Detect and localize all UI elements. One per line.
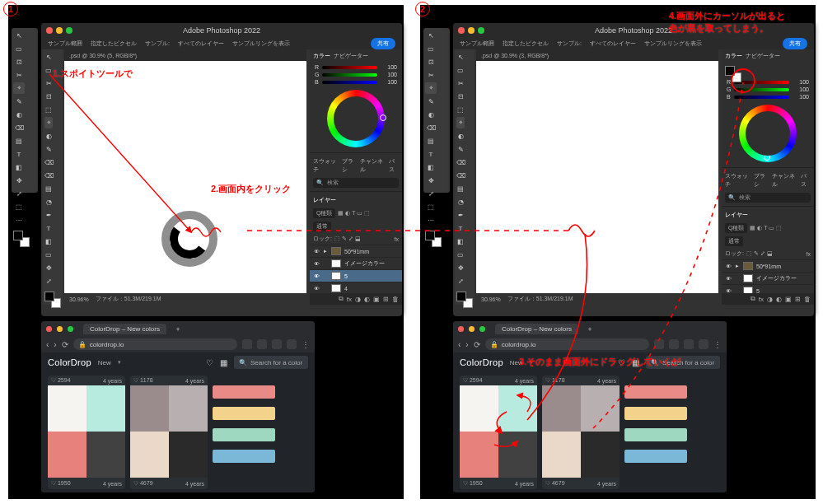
ft-hand[interactable]: ✥ bbox=[13, 175, 25, 186]
layer-row[interactable]: 👁イメージカラー bbox=[310, 257, 402, 269]
layer-filter[interactable]: Q種類 bbox=[313, 208, 335, 218]
ft-move[interactable]: ↖ bbox=[13, 30, 25, 41]
slider-r[interactable] bbox=[322, 66, 377, 69]
ft-brush[interactable]: ✎ bbox=[13, 96, 25, 107]
tab-swatch[interactable]: スウォッチ bbox=[313, 157, 339, 174]
canvas[interactable] bbox=[64, 61, 306, 293]
new-layer-icon[interactable]: ⊞ bbox=[383, 296, 389, 303]
group-icon[interactable]: ▣ bbox=[373, 296, 380, 303]
tool-crop[interactable]: ⊡ bbox=[44, 91, 53, 102]
share-button[interactable]: 共有 bbox=[371, 38, 395, 49]
tool-blur[interactable]: ◔ bbox=[44, 196, 53, 208]
br-min-icon[interactable] bbox=[57, 326, 63, 332]
ext-icon-2[interactable] bbox=[257, 339, 267, 349]
ft-eyedropper-right[interactable]: ⌖ bbox=[425, 82, 437, 94]
tool-eyedropper-right[interactable]: ⌖ bbox=[456, 117, 465, 128]
browser-tab[interactable]: ColorDrop – New colors bbox=[83, 324, 166, 334]
layer-row[interactable]: 👁イメージカラー bbox=[722, 272, 814, 284]
trash-icon[interactable]: 🗑 bbox=[392, 296, 399, 303]
tab-channel[interactable]: チャンネル bbox=[360, 157, 386, 174]
fgbg-swatch[interactable] bbox=[44, 292, 61, 308]
menu-icon[interactable]: ⋮ bbox=[302, 340, 310, 349]
palette-card-2[interactable]: ♡ 11784 years ♡ 46794 years bbox=[130, 376, 208, 489]
heart-icon[interactable]: ♡ bbox=[206, 358, 213, 367]
eye-icon[interactable]: 👁 bbox=[313, 273, 320, 279]
ft-grad[interactable]: ▤ bbox=[13, 135, 25, 147]
ft-eyedropper[interactable]: ⌖ bbox=[13, 82, 25, 94]
tool-lasso[interactable]: ✂ bbox=[44, 77, 53, 89]
doc-tab-right[interactable]: .psd @ 30.9% (3, RGB/8*) bbox=[476, 49, 718, 61]
adjust-icon[interactable]: ◐ bbox=[364, 296, 370, 303]
ft-stamp[interactable]: ⌫ bbox=[13, 122, 25, 133]
tool-gradient[interactable]: ▤ bbox=[44, 183, 53, 194]
ft-rect[interactable]: ⬚ bbox=[13, 201, 25, 212]
palette-card-1[interactable]: ♡ 25944 years ♡ 19504 years bbox=[48, 376, 125, 489]
slider-g[interactable] bbox=[322, 73, 377, 77]
tab-brush[interactable]: ブラシ bbox=[342, 157, 357, 174]
br-close-icon[interactable] bbox=[46, 326, 52, 332]
doc-tab[interactable]: .psd @ 30.9% (5, RGB/8*) bbox=[64, 49, 306, 61]
opt-show-ring[interactable]: サンプルリングを表示 bbox=[232, 40, 290, 48]
tab-color[interactable]: カラー bbox=[313, 52, 330, 60]
tab-path[interactable]: パス bbox=[389, 157, 399, 174]
canvas-right[interactable] bbox=[476, 61, 718, 293]
color-wheel-right[interactable] bbox=[739, 105, 797, 162]
fx-icon[interactable]: fx bbox=[395, 236, 399, 242]
ft-type[interactable]: T bbox=[13, 148, 25, 160]
grid-icon[interactable]: ▦ bbox=[220, 358, 227, 367]
cd-search[interactable]: 🔍 Search for a color bbox=[234, 356, 308, 369]
tool-frame[interactable]: ⬚ bbox=[44, 104, 53, 115]
ft-marquee[interactable]: ▭ bbox=[13, 43, 25, 54]
opt-sample-range[interactable]: サンプル範囲 bbox=[48, 40, 82, 48]
layer-row[interactable]: 👁4 bbox=[310, 282, 402, 293]
layer-row[interactable]: 👁5 bbox=[310, 269, 402, 282]
tool-heal[interactable]: ◐ bbox=[44, 130, 53, 142]
cd-nav-new[interactable]: New bbox=[98, 359, 111, 366]
fg-bg-swatch[interactable] bbox=[13, 231, 30, 247]
opt-point[interactable]: 指定したピクセル bbox=[91, 40, 137, 48]
tool-rect[interactable]: ▭ bbox=[44, 249, 53, 260]
eye-icon[interactable]: 👁 bbox=[313, 261, 320, 267]
tool-marquee[interactable]: ▭ bbox=[44, 64, 53, 76]
new-tab-button[interactable]: ＋ bbox=[175, 324, 181, 334]
back-icon[interactable]: ‹ bbox=[46, 340, 49, 349]
layer-row[interactable]: 👁▸50*91mm bbox=[310, 245, 402, 257]
eye-icon[interactable]: 👁 bbox=[313, 286, 320, 292]
address-bar[interactable]: 🔒 colordrop.io bbox=[73, 338, 237, 350]
link-icon[interactable]: ⧉ bbox=[339, 295, 344, 303]
share-button[interactable]: 共有 bbox=[783, 38, 807, 49]
eye-icon[interactable]: 👁 bbox=[725, 276, 732, 282]
cd-logo[interactable]: ColorDrop bbox=[48, 357, 91, 367]
reload-icon[interactable]: ⟳ bbox=[62, 340, 68, 349]
tab-navigator[interactable]: ナビゲーター bbox=[334, 52, 368, 60]
eye-icon[interactable]: 👁 bbox=[725, 264, 732, 269]
ext-icon-3[interactable] bbox=[272, 339, 282, 349]
ext-icon-4[interactable] bbox=[287, 339, 297, 349]
ft-heal[interactable]: ◐ bbox=[13, 109, 25, 120]
tool-eraser[interactable]: ⌫ bbox=[44, 170, 53, 181]
tool-eyedropper[interactable]: ⌖ bbox=[44, 117, 53, 128]
tool-zoom[interactable]: ⤢ bbox=[44, 275, 53, 287]
ext-icon-1[interactable] bbox=[242, 339, 252, 349]
ft-lasso[interactable]: ✂ bbox=[13, 69, 25, 81]
fg-bg-swatch-right[interactable] bbox=[425, 231, 442, 247]
tab-layers[interactable]: レイヤー bbox=[313, 196, 336, 204]
eye-icon[interactable]: 👁 bbox=[313, 249, 320, 254]
fwd-icon[interactable]: › bbox=[54, 340, 56, 349]
fx-add-icon[interactable]: fx bbox=[347, 296, 352, 303]
color-wheel[interactable] bbox=[327, 90, 385, 147]
tool-hand[interactable]: ✥ bbox=[44, 262, 53, 273]
mask-icon[interactable]: ◑ bbox=[355, 296, 361, 303]
tool-move[interactable]: ↖ bbox=[44, 51, 53, 63]
tool-type[interactable]: T bbox=[44, 222, 53, 234]
tool-pen[interactable]: ✒ bbox=[44, 209, 53, 221]
palette-card-1-right[interactable]: ♡ 25944 years ♡ 19504 years bbox=[460, 376, 537, 489]
opt-all-layers[interactable]: すべてのレイヤー bbox=[178, 40, 224, 48]
swatch-search[interactable]: 🔍 検索 bbox=[313, 178, 399, 188]
br-zoom-icon[interactable] bbox=[68, 326, 73, 332]
ft-zoom[interactable]: ⤢ bbox=[13, 188, 25, 199]
tool-path[interactable]: ◧ bbox=[44, 236, 53, 247]
layer-row[interactable]: 👁▸50*91mm bbox=[722, 259, 814, 272]
ft-crop[interactable]: ⊡ bbox=[13, 56, 25, 68]
blend-mode[interactable]: 通常 bbox=[313, 222, 331, 231]
